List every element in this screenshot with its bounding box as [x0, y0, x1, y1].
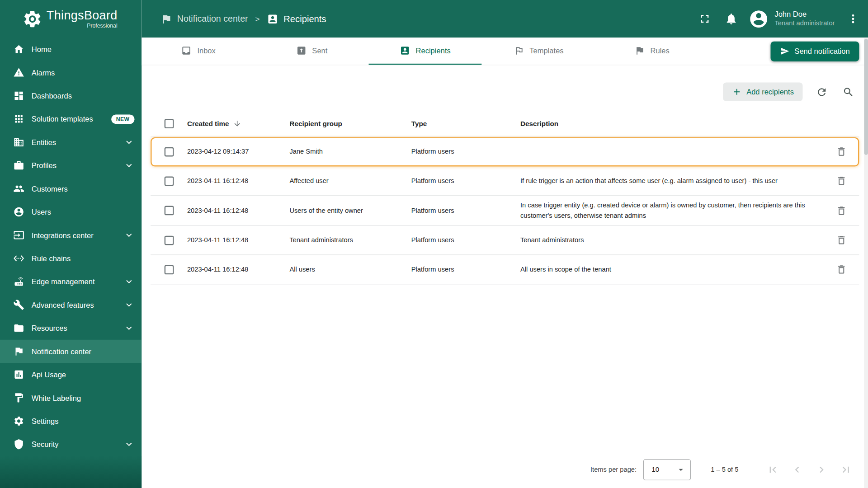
row-checkbox[interactable] — [164, 176, 174, 186]
row-checkbox[interactable] — [164, 235, 174, 245]
sidebar-item-customers[interactable]: Customers — [0, 177, 142, 200]
tab-recipients[interactable]: Recipients — [368, 38, 482, 65]
send-icon — [780, 47, 790, 56]
search-button[interactable] — [837, 81, 859, 103]
sidebar-item-api-usage[interactable]: Api Usage — [0, 363, 142, 386]
cell-description: All users in scope of the tenant — [520, 260, 824, 279]
user-menu[interactable]: John Doe Tenant administrator — [749, 9, 835, 29]
column-type[interactable]: Type — [411, 120, 520, 127]
select-all-checkbox[interactable] — [164, 119, 174, 128]
items-per-page-select[interactable]: 10 — [643, 459, 691, 480]
caret-down-icon — [676, 465, 686, 475]
send-notification-button[interactable]: Send notification — [771, 41, 859, 61]
sidebar-item-profiles[interactable]: Profiles — [0, 154, 142, 177]
sidebar-item-label: Customers — [32, 184, 68, 192]
chevron-down-icon — [123, 299, 134, 310]
sidebar-item-label: Dashboards — [32, 92, 72, 100]
user-name: John Doe — [774, 9, 835, 19]
row-checkbox[interactable] — [164, 147, 174, 156]
logo-text: ThingsBoard Professional — [47, 9, 118, 28]
chevron-down-icon — [123, 276, 134, 287]
last-page-button[interactable] — [834, 458, 858, 482]
refresh-icon — [816, 86, 827, 98]
sidebar-item-label: Api Usage — [32, 371, 66, 379]
previous-page-button[interactable] — [785, 458, 809, 482]
table-row[interactable]: 2023-04-11 16:12:48Users of the entity o… — [151, 196, 859, 225]
cell-created-time: 2023-04-11 16:12:48 — [187, 206, 290, 214]
settings-icon — [13, 416, 24, 427]
table-row[interactable]: 2023-04-11 16:12:48Tenant administrators… — [151, 226, 859, 255]
sidebar-nav: HomeAlarmsDashboardsSolution templatesNE… — [0, 38, 142, 456]
cell-recipient-group: Affected user — [289, 177, 411, 185]
delete-row-button[interactable] — [830, 258, 853, 281]
cell-description: Tenant administrators — [520, 230, 824, 249]
sidebar-item-rule-chains[interactable]: Rule chains — [0, 247, 142, 270]
sidebar-item-notification-center[interactable]: Notification center — [0, 340, 142, 363]
thingsboard-logo[interactable]: ThingsBoard Professional — [0, 0, 142, 38]
page-range: 1 – 5 of 5 — [711, 466, 738, 474]
delete-icon — [836, 235, 847, 245]
home-icon — [13, 44, 24, 55]
notifications-bell-button[interactable] — [724, 12, 739, 26]
resources-icon — [13, 323, 24, 333]
scrollbar[interactable] — [864, 38, 868, 488]
sidebar-item-edge-management[interactable]: Edge management — [0, 270, 142, 293]
table-row[interactable]: 2023-04-11 16:12:48All usersPlatform use… — [151, 255, 859, 285]
refresh-button[interactable] — [811, 81, 833, 103]
rules-icon — [634, 45, 645, 56]
add-recipients-button[interactable]: Add recipients — [723, 82, 803, 101]
delete-icon — [836, 205, 847, 216]
delete-row-button[interactable] — [830, 229, 853, 251]
more-menu-button[interactable] — [846, 12, 860, 26]
sidebar-item-white-labeling[interactable]: White Labeling — [0, 386, 142, 409]
alarms-icon — [13, 67, 24, 78]
sidebar-item-integrations-center[interactable]: Integrations center — [0, 224, 142, 247]
breadcrumb-separator: > — [255, 14, 260, 23]
topbar-actions: John Doe Tenant administrator — [698, 9, 860, 29]
logo-subtitle: Professional — [47, 23, 118, 28]
sidebar-item-solution-templates[interactable]: Solution templatesNEW — [0, 108, 142, 131]
cell-recipient-group: Tenant administrators — [289, 236, 411, 244]
column-created-time[interactable]: Created time — [187, 119, 290, 127]
sidebar-item-home[interactable]: Home — [0, 38, 142, 61]
app-root: ThingsBoard Professional HomeAlarmsDashb… — [0, 0, 868, 488]
sidebar-item-alarms[interactable]: Alarms — [0, 61, 142, 84]
table-row[interactable]: 2023-04-11 16:12:48Affected userPlatform… — [151, 167, 859, 196]
tab-templates[interactable]: Templates — [482, 38, 595, 65]
sidebar-item-security[interactable]: Security — [0, 433, 142, 456]
delete-row-button[interactable] — [830, 170, 853, 192]
templates-icon — [514, 45, 524, 56]
tab-inbox[interactable]: Inbox — [142, 38, 255, 65]
sidebar-item-dashboards[interactable]: Dashboards — [0, 84, 142, 107]
user-role: Tenant administrator — [774, 19, 835, 28]
sidebar-item-settings[interactable]: Settings — [0, 409, 142, 432]
sidebar-item-advanced-features[interactable]: Advanced features — [0, 293, 142, 316]
fullscreen-button[interactable] — [698, 12, 712, 26]
scrollbar-thumb[interactable] — [864, 39, 868, 155]
first-page-button[interactable] — [760, 458, 785, 482]
row-checkbox[interactable] — [164, 265, 174, 274]
column-description[interactable]: Description — [520, 120, 824, 127]
sidebar-item-users[interactable]: Users — [0, 200, 142, 223]
delete-row-button[interactable] — [830, 200, 853, 222]
paginator: Items per page: 10 1 – 5 of 5 — [151, 451, 859, 488]
table-row[interactable]: 2023-04-12 09:14:37Jane SmithPlatform us… — [151, 137, 859, 167]
tab-label: Recipients — [416, 47, 451, 55]
sidebar-item-label: Rule chains — [32, 254, 71, 263]
tab-sent[interactable]: Sent — [255, 38, 368, 65]
next-page-button[interactable] — [809, 458, 834, 482]
column-label: Type — [411, 120, 427, 127]
delete-row-button[interactable] — [830, 141, 853, 163]
sidebar-item-label: Notification center — [32, 347, 91, 355]
tab-rules[interactable]: Rules — [595, 38, 709, 65]
sidebar: ThingsBoard Professional HomeAlarmsDashb… — [0, 0, 142, 488]
sidebar-item-entities[interactable]: Entities — [0, 131, 142, 154]
edge-icon — [13, 276, 24, 287]
sidebar-item-resources[interactable]: Resources — [0, 316, 142, 339]
breadcrumb-notification-center[interactable]: Notification center — [160, 13, 248, 25]
row-checkbox[interactable] — [164, 206, 174, 216]
sidebar-item-label: Settings — [32, 417, 59, 425]
sidebar-item-label: Home — [32, 45, 52, 53]
add-recipients-label: Add recipients — [746, 88, 794, 96]
column-recipient-group[interactable]: Recipient group — [289, 120, 411, 127]
